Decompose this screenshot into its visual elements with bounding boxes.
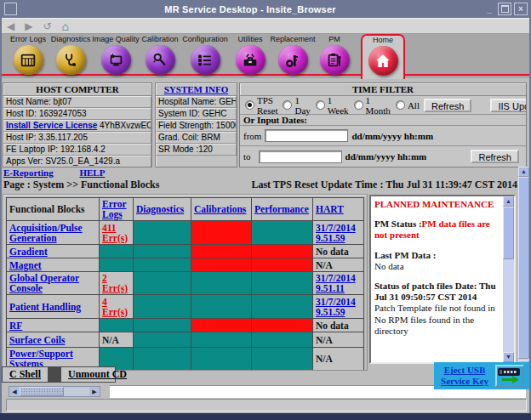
functional-block-cell: Global Operator Console xyxy=(7,272,100,295)
page-content: HOST COMPUTER Host Name: bjt07Host ID: 1… xyxy=(0,78,531,413)
horizontal-scrollbar[interactable]: ◀ ▶ xyxy=(9,386,100,397)
maximize-button[interactable] xyxy=(498,3,511,15)
diagnostics-icon[interactable] xyxy=(56,45,86,75)
patch-status-heading: Status of patch files Date: Thu Jul 31 0… xyxy=(374,281,501,303)
from-date-input[interactable] xyxy=(265,129,348,142)
image-quality-icon[interactable] xyxy=(101,45,131,75)
functional-block-link[interactable]: RF xyxy=(9,321,22,331)
help-link[interactable]: HELP xyxy=(79,167,105,178)
planned-maintenance-panel: PLANNED MAINTENANCE PM Status :PM data f… xyxy=(369,195,516,364)
tab-image-quality[interactable]: Image Quality xyxy=(92,35,140,75)
host-info-row: Host Name: bjt07 xyxy=(3,96,151,108)
functional-block-link[interactable]: Magnet xyxy=(9,260,42,270)
to-date-input[interactable] xyxy=(259,150,342,163)
radio-tps-reset[interactable] xyxy=(245,100,254,110)
hart-date-link[interactable]: 31/7/2014 9.51.59 xyxy=(316,223,356,243)
column-header-link[interactable]: HART xyxy=(316,204,344,214)
iis-update-button[interactable]: IIS Update xyxy=(490,99,527,112)
scroll-down-icon[interactable]: ▼ xyxy=(503,352,514,362)
system-info-row: System ID: GEHC xyxy=(156,108,237,120)
error-logs-icon[interactable] xyxy=(14,45,43,75)
title-bar[interactable]: MR Service Desktop - Insite_Browser _ × xyxy=(0,0,531,18)
c-shell-link[interactable]: C Shell xyxy=(3,368,48,381)
scroll-right-icon[interactable]: ▶ xyxy=(89,387,100,396)
install-service-license-link[interactable]: Install Service License xyxy=(6,121,97,130)
scroll-up-icon[interactable]: ▲ xyxy=(518,167,529,177)
window-bottom-border[interactable] xyxy=(0,413,531,420)
configuration-icon[interactable] xyxy=(191,45,220,75)
page-scrollbar[interactable]: ▲ ▼ xyxy=(518,167,529,371)
functional-blocks-table-panel: Functional BlocksError LogsDiagnosticsCa… xyxy=(3,194,368,371)
column-header-link[interactable]: Diagnostics xyxy=(136,204,184,214)
hart-date-link[interactable]: 31/7/2014 9.51.11 xyxy=(316,273,356,293)
tab-pm[interactable]: PM xyxy=(311,35,358,75)
refresh-dates-button[interactable]: Refresh xyxy=(471,150,519,163)
close-button[interactable]: × xyxy=(514,3,528,15)
functional-block-link[interactable]: Acquisition/Pulse Generation xyxy=(9,223,83,243)
hart-date-link[interactable]: 31/7/2014 9.51.59 xyxy=(316,297,356,317)
scroll-up-icon[interactable]: ▲ xyxy=(503,196,514,207)
tab-diagnostics[interactable]: Diagnostics xyxy=(47,35,94,75)
minimize-button[interactable]: _ xyxy=(483,3,495,14)
table-row: Surface CoilsN/AN/A xyxy=(7,332,364,348)
refresh-icon[interactable]: ↺ xyxy=(43,21,51,31)
hart-cell: No data xyxy=(313,245,364,258)
window-menu-icon[interactable] xyxy=(4,3,17,15)
horizontal-scrollbar-thumb[interactable] xyxy=(20,387,64,396)
tab-configuration[interactable]: Configuration xyxy=(181,35,229,75)
column-header-hart[interactable]: HART xyxy=(313,198,364,221)
utilities-icon[interactable] xyxy=(236,45,266,75)
radio-1-week[interactable] xyxy=(316,100,325,110)
back-icon[interactable]: ◀ xyxy=(7,21,14,31)
performance-status-cell xyxy=(252,348,313,371)
functional-block-cell: RF xyxy=(7,319,100,332)
eject-usb-link[interactable]: Eject USB Service Key xyxy=(434,365,495,386)
calibrations-status-cell xyxy=(191,332,252,348)
radio-all[interactable] xyxy=(396,100,405,110)
forward-icon[interactable]: ▶ xyxy=(25,21,32,31)
performance-status-cell xyxy=(252,245,313,258)
patch-status-line2: No RPM files found in the directory xyxy=(374,315,501,337)
calibration-icon[interactable] xyxy=(146,45,175,75)
error-count-link[interactable]: 4 Err(s) xyxy=(102,297,128,317)
home-icon[interactable]: ⌂ xyxy=(62,20,69,32)
error-count-link[interactable]: 411 Err(s) xyxy=(102,223,128,243)
column-header-link[interactable]: Error Logs xyxy=(102,199,127,219)
column-header-calibrations[interactable]: Calibrations xyxy=(191,198,252,221)
error-count-link[interactable]: 2 Err(s) xyxy=(102,273,128,293)
last-tps-reset-time: Last TPS Reset Update Time : Thu Jul 31 … xyxy=(251,179,517,191)
refresh-button[interactable]: Refresh xyxy=(424,99,472,112)
radio-1-month[interactable] xyxy=(354,100,363,110)
system-info-row: Grad. Coil: BRM xyxy=(156,132,237,144)
tab-calibration[interactable]: Calibration xyxy=(136,35,184,75)
tab-error-logs[interactable]: Error Logs xyxy=(4,35,52,75)
radio-1-day[interactable] xyxy=(283,100,292,110)
tab-utilities[interactable]: Utilities xyxy=(226,35,274,75)
system-info-link[interactable]: SYSTEM INFO xyxy=(164,84,229,94)
eject-usb-button[interactable] xyxy=(495,365,524,387)
column-header-error-logs[interactable]: Error Logs xyxy=(100,198,134,221)
tab-replacement[interactable]: Replacement xyxy=(269,35,317,75)
functional-block-link[interactable]: Patient Handling xyxy=(9,302,81,312)
hart-cell: 31/7/2014 9.51.59 xyxy=(313,221,364,245)
pm-scrollbar-thumb[interactable] xyxy=(503,207,514,259)
unmount-cd-link[interactable]: Unmount CD xyxy=(61,368,134,381)
e-reporting-link[interactable]: E-Reporting xyxy=(3,167,54,178)
home-icon[interactable] xyxy=(368,46,398,76)
functional-block-link[interactable]: Gradient xyxy=(9,247,48,257)
column-header-link[interactable]: Calibrations xyxy=(194,204,246,214)
tab-label: Utilities xyxy=(226,35,274,44)
tab-home[interactable]: Home xyxy=(361,34,405,79)
column-header-performance[interactable]: Performance xyxy=(252,198,313,221)
functional-block-link[interactable]: Global Operator Console xyxy=(9,273,79,293)
functional-block-link[interactable]: Surface Coils xyxy=(9,335,65,345)
replacement-icon[interactable] xyxy=(278,45,308,75)
column-header-diagnostics[interactable]: Diagnostics xyxy=(134,198,191,221)
column-header-link[interactable]: Performance xyxy=(254,204,309,214)
scroll-left-icon[interactable]: ◀ xyxy=(9,387,20,396)
diagnostics-status-cell xyxy=(134,295,191,319)
pm-panel-scrollbar[interactable]: ▲ ▼ xyxy=(503,196,514,362)
page-scrollbar-thumb[interactable] xyxy=(518,177,529,359)
pm-icon[interactable] xyxy=(320,45,350,75)
time-filter-options-row: TPS Reset1 Day1 Week1 MonthAll Refresh I… xyxy=(240,96,526,115)
